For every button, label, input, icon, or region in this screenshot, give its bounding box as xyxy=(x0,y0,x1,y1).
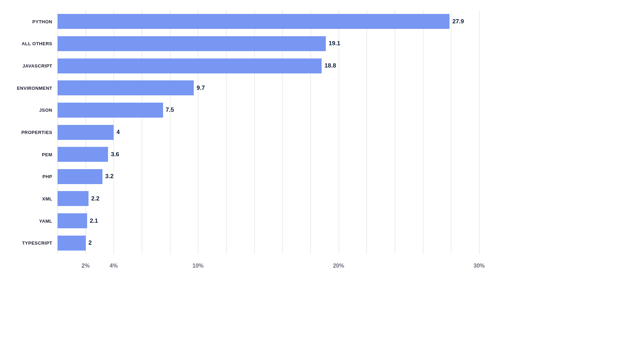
bar-row: 2 xyxy=(57,236,92,251)
plot-area: 27.919.118.89.77.543.63.22.22.12 xyxy=(57,10,479,254)
bar-row: 2.2 xyxy=(57,191,99,206)
x-axis-tick: 4% xyxy=(110,263,118,269)
bar-value-label: 9.7 xyxy=(197,85,205,92)
bar-row: 9.7 xyxy=(57,80,205,95)
bar-value-label: 3.2 xyxy=(105,173,114,180)
category-label: PHP xyxy=(43,174,52,179)
bar-value-label: 7.5 xyxy=(166,106,174,113)
gridline xyxy=(395,10,395,254)
bar-row: 3.2 xyxy=(57,169,114,184)
bar-value-label: 4 xyxy=(116,129,120,136)
category-label: PYTHON xyxy=(32,19,52,24)
bar xyxy=(57,14,450,29)
bar-chart: 27.919.118.89.77.543.63.22.22.12 xyxy=(57,10,479,254)
bar xyxy=(57,80,194,95)
bar-row: 2.1 xyxy=(57,213,98,228)
bar-value-label: 19.1 xyxy=(329,40,340,47)
bar-value-label: 18.8 xyxy=(324,62,336,69)
bar xyxy=(57,213,87,228)
bar-value-label: 2 xyxy=(89,239,92,246)
bar xyxy=(57,103,163,118)
category-label: XML xyxy=(42,196,52,201)
x-axis-tick: 2% xyxy=(82,263,90,269)
category-label: ALL OTHERS xyxy=(22,41,52,46)
bar xyxy=(57,36,326,51)
x-axis-tick: 10% xyxy=(192,263,204,269)
category-label: TYPESCRIPT xyxy=(22,240,52,246)
gridline xyxy=(423,10,423,254)
gridline xyxy=(367,10,367,254)
category-label: JAVASCRIPT xyxy=(23,63,52,69)
gridline xyxy=(451,10,451,254)
bar-row: 7.5 xyxy=(57,103,174,118)
bar-row: 27.9 xyxy=(57,14,464,29)
bar-row: 4 xyxy=(57,125,120,140)
bar-value-label: 2.2 xyxy=(91,195,100,202)
bar-row: 19.1 xyxy=(57,36,340,51)
bar xyxy=(57,236,86,251)
category-label: PROPERTIES xyxy=(21,130,52,135)
category-label: YAML xyxy=(39,218,52,223)
x-axis-tick: 20% xyxy=(333,263,344,269)
bar-row: 18.8 xyxy=(57,58,336,73)
bar xyxy=(57,125,114,140)
bar xyxy=(57,191,89,206)
category-label: PEM xyxy=(42,152,52,157)
x-axis-tick: 30% xyxy=(474,263,485,269)
category-label: JSON xyxy=(39,108,52,113)
bar xyxy=(57,147,108,162)
bar-value-label: 2.1 xyxy=(90,217,98,224)
bar xyxy=(57,169,102,184)
gridline xyxy=(479,10,479,254)
category-label: ENVIRONMENT xyxy=(17,85,52,90)
bar xyxy=(57,58,322,73)
bar-value-label: 27.9 xyxy=(452,18,464,25)
bar-value-label: 3.6 xyxy=(111,151,119,158)
bar-row: 3.6 xyxy=(57,147,119,162)
